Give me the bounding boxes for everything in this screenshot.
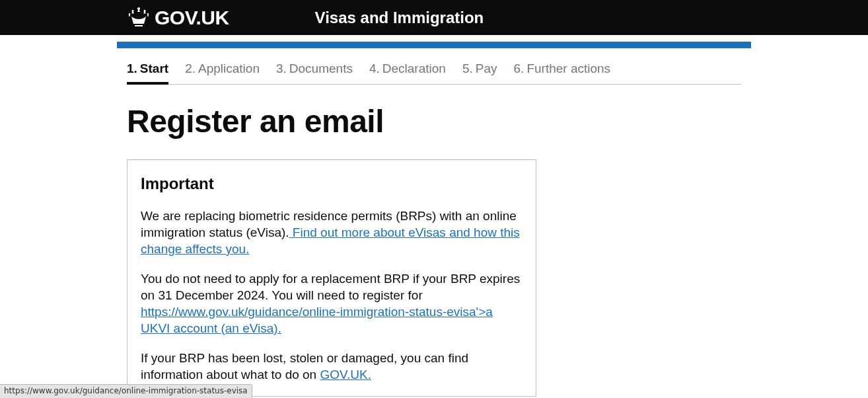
browser-status-bar: https://www.gov.uk/guidance/online-immig… (0, 384, 252, 397)
govuk-link[interactable]: GOV.UK. (320, 368, 371, 381)
service-name: Visas and Immigration (315, 7, 484, 28)
important-notice: Important We are replacing biometric res… (127, 159, 536, 397)
nav-step-documents[interactable]: 3. Documents (276, 60, 353, 84)
ukvi-account-link[interactable]: https://www.gov.uk/guidance/online-immig… (141, 305, 493, 335)
nav-step-pay[interactable]: 5. Pay (462, 60, 497, 84)
site-header: GOV.UK Visas and Immigration (0, 0, 868, 42)
important-paragraph-3: If your BRP has been lost, stolen or dam… (141, 350, 523, 383)
nav-step-start[interactable]: 1. Start (127, 60, 168, 85)
header-blue-bar (117, 42, 751, 48)
govuk-logo-link[interactable]: GOV.UK (127, 0, 229, 35)
crown-icon (127, 5, 155, 30)
nav-step-further-actions[interactable]: 6. Further actions (514, 60, 611, 84)
govuk-logotype: GOV.UK (155, 5, 229, 30)
important-paragraph-2: You do not need to apply for a replaceme… (141, 270, 523, 337)
nav-step-declaration[interactable]: 4. Declaration (369, 60, 446, 84)
nav-step-application[interactable]: 2. Application (185, 60, 260, 84)
important-heading: Important (141, 173, 523, 194)
important-paragraph-1: We are replacing biometric residence per… (141, 208, 523, 257)
page-title: Register an email (127, 104, 741, 139)
progress-nav: 1. Start 2. Application 3. Documents 4. … (127, 48, 741, 85)
